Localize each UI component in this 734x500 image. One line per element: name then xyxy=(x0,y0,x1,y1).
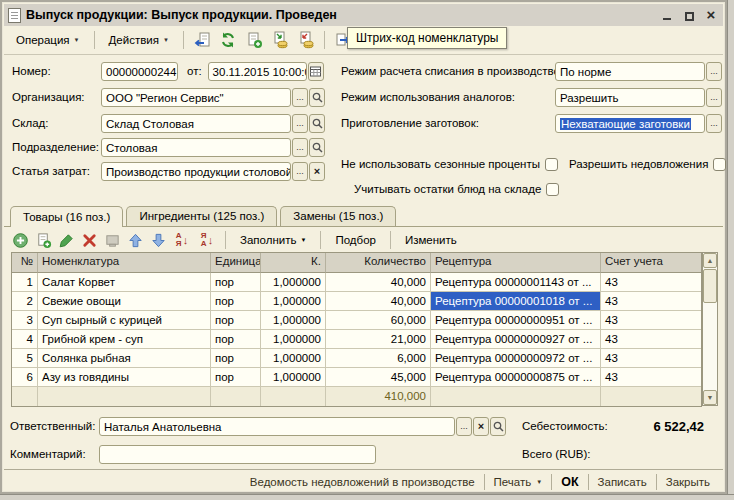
chevron-down-icon: ▼ xyxy=(536,479,542,485)
department-select-button[interactable]: ... xyxy=(292,138,308,157)
pick-button[interactable]: Подбор xyxy=(328,232,383,248)
warehouse-field[interactable]: Склад Столовая xyxy=(101,114,291,133)
responsible-open-button[interactable] xyxy=(490,417,506,436)
tab-replacements[interactable]: Замены (15 поз.) xyxy=(280,206,396,226)
responsible-select-button[interactable]: ... xyxy=(456,417,472,436)
move-down-button[interactable] xyxy=(148,230,168,250)
close-window-button[interactable]: Закрыть xyxy=(657,473,719,491)
delete-row-button[interactable] xyxy=(79,230,99,250)
actions-menu[interactable]: Действия ▼ xyxy=(101,30,177,50)
maximize-button[interactable] xyxy=(681,8,697,22)
calendar-button[interactable] xyxy=(308,62,324,81)
leftovers-checkbox-label: Учитывать остатки блюд на складе xyxy=(354,183,541,195)
entry-journal-in-button[interactable] xyxy=(268,28,292,52)
responsible-clear-button[interactable]: × xyxy=(473,417,489,436)
cost-item-select-button[interactable]: ... xyxy=(292,162,308,181)
col-header-unit[interactable]: Единица xyxy=(211,253,261,273)
selected-cell[interactable]: Рецептура 00000001018 от ... xyxy=(431,292,601,311)
header-form: Номер: 00000000244 от: 30.11.2015 10:00:… xyxy=(4,55,723,202)
shortage-checkbox[interactable] xyxy=(713,158,726,171)
col-header-nomenclature[interactable]: Номенклатура xyxy=(38,253,211,273)
refresh-icon xyxy=(219,31,237,49)
document-window: Выпуск продукции: Выпуск продукции. Пров… xyxy=(0,0,727,494)
tab-ingredients[interactable]: Ингредиенты (125 поз.) xyxy=(126,206,277,226)
number-field[interactable]: 00000000244 xyxy=(101,62,178,81)
save-button[interactable]: Записать xyxy=(589,473,656,491)
date-label: от: xyxy=(187,65,202,77)
entry-journal-out-button[interactable] xyxy=(294,28,318,52)
scroll-up-icon[interactable]: ▲ xyxy=(703,253,717,268)
table-row[interactable]: 4 Грибной крем - суп пор 1,000000 21,000… xyxy=(12,330,701,349)
repost-document-button[interactable] xyxy=(190,28,214,52)
toolbar-separator xyxy=(225,231,226,249)
leftovers-checkbox[interactable] xyxy=(546,183,559,196)
add-row-button[interactable] xyxy=(10,230,30,250)
minimize-button[interactable] xyxy=(659,8,675,22)
department-open-button[interactable] xyxy=(309,138,325,157)
background-window-strip-bottom xyxy=(0,494,734,500)
date-field[interactable]: 30.11.2015 10:00:00 xyxy=(208,62,307,81)
copy-document-button[interactable] xyxy=(242,28,266,52)
ok-button[interactable]: ОК xyxy=(552,472,587,492)
sort-ascending-button[interactable]: АЯ ↓ xyxy=(171,232,193,248)
edit-row-button[interactable] xyxy=(56,230,76,250)
refresh-button[interactable] xyxy=(216,28,240,52)
col-header-k[interactable]: К. xyxy=(261,253,326,273)
col-header-account[interactable]: Счет учета xyxy=(601,253,701,273)
writeoff-mode-select-button[interactable]: ... xyxy=(706,62,722,81)
table-row[interactable]: 6 Азу из говядины пор 1,000000 45,000 Ре… xyxy=(12,368,701,387)
writeoff-mode-label: Режим расчета списания в производство: xyxy=(341,65,555,77)
analog-mode-field[interactable]: Разрешить xyxy=(555,88,705,107)
table-scrollbar[interactable]: ▲ ▼ xyxy=(702,252,718,406)
table-row[interactable]: 1 Салат Корвет пор 1,000000 40,000 Рецеп… xyxy=(12,273,701,292)
col-header-quantity[interactable]: Количество xyxy=(326,253,431,273)
warehouse-open-button[interactable] xyxy=(309,114,325,133)
cost-item-clear-button[interactable]: × xyxy=(309,162,325,181)
sort-descending-button[interactable]: ЯА ↓ xyxy=(196,232,218,248)
titlebar[interactable]: Выпуск продукции: Выпуск продукции. Пров… xyxy=(4,4,723,26)
responsible-field[interactable]: Наталья Анатольевна xyxy=(99,417,455,436)
total-label: Всего (RUB): xyxy=(522,448,590,460)
analog-mode-select-button[interactable]: ... xyxy=(706,88,722,107)
warehouse-select-button[interactable]: ... xyxy=(292,114,308,133)
seasonal-checkbox[interactable] xyxy=(545,158,558,171)
document-coins-in-icon xyxy=(271,31,289,49)
move-up-button[interactable] xyxy=(125,230,145,250)
close-button[interactable]: × xyxy=(703,8,719,22)
toolbar-separator xyxy=(94,31,95,49)
selected-text: Нехватающие заготовки xyxy=(560,118,691,130)
print-button[interactable]: Печать ▼ xyxy=(485,473,552,491)
copy-row-button[interactable] xyxy=(33,230,53,250)
table-row[interactable]: 3 Суп сырный с курицей пор 1,000000 60,0… xyxy=(12,311,701,330)
bottom-button-bar: Ведомость недовложений в производстве Пе… xyxy=(4,469,723,494)
fill-button[interactable]: Заполнить ▼ xyxy=(233,232,313,248)
blanks-field[interactable]: Нехватающие заготовки xyxy=(555,114,705,133)
cost-item-field[interactable]: Производство продукции столовой xyxy=(101,162,291,181)
organization-open-button[interactable] xyxy=(309,88,325,107)
repost-icon xyxy=(193,31,211,49)
comment-label: Комментарий: xyxy=(10,448,99,460)
organization-label: Организация: xyxy=(12,91,101,103)
background-window-strip xyxy=(727,0,734,500)
tab-goods[interactable]: Товары (16 поз.) xyxy=(10,206,123,227)
table-row[interactable]: 5 Солянка рыбная пор 1,000000 6,000 Реце… xyxy=(12,349,701,368)
writeoff-mode-field[interactable]: По норме xyxy=(555,62,705,81)
col-header-recipe[interactable]: Рецептура xyxy=(431,253,601,273)
comment-field[interactable] xyxy=(99,445,376,464)
operation-menu[interactable]: Операция ▼ xyxy=(8,30,88,50)
organization-select-button[interactable]: ... xyxy=(292,88,308,107)
change-button[interactable]: Изменить xyxy=(398,232,464,248)
scrollbar-thumb[interactable] xyxy=(703,269,717,303)
department-field[interactable]: Столовая xyxy=(101,138,291,157)
table-total-row: 410,000 xyxy=(12,387,701,406)
blanks-select-button[interactable]: ... xyxy=(706,114,722,133)
end-edit-button-disabled xyxy=(102,230,122,250)
cost-label: Себестоимость: xyxy=(522,420,608,432)
col-header-num[interactable]: № xyxy=(12,253,38,273)
scroll-down-icon[interactable]: ▼ xyxy=(703,390,717,405)
goods-table: № Номенклатура Единица К. Количество Рец… xyxy=(11,252,702,407)
table-row[interactable]: 2 Свежие овощи пор 1,000000 40,000 Рецеп… xyxy=(12,292,701,311)
shortage-report-button[interactable]: Ведомость недовложений в производстве xyxy=(241,473,484,491)
window-title: Выпуск продукции: Выпуск продукции. Пров… xyxy=(26,8,654,22)
organization-field[interactable]: ООО "Регион Сервис" xyxy=(101,88,291,107)
